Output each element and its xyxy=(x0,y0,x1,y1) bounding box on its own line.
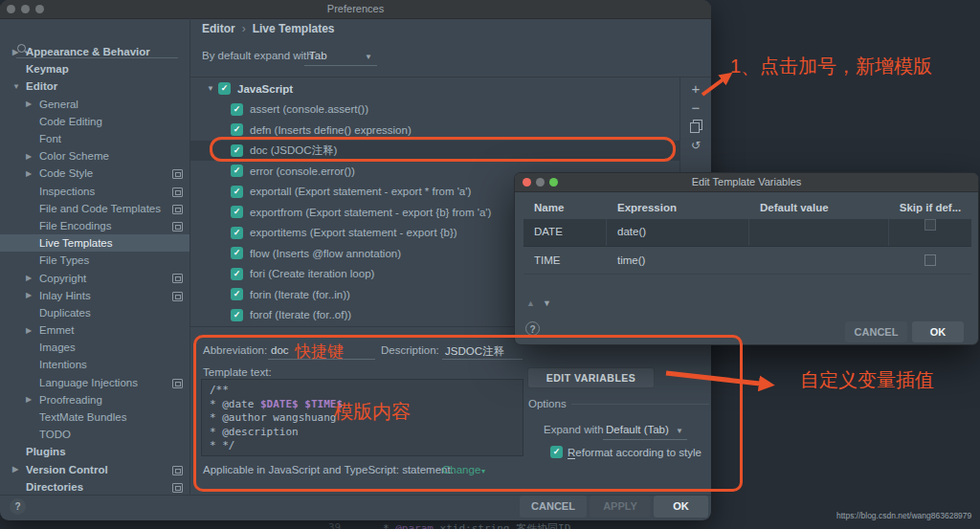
collapsed-arrow-icon[interactable]: ▶ xyxy=(26,152,39,161)
tree-group-javascript[interactable]: ▼✓JavaScript xyxy=(190,78,679,99)
sidebar-item-font[interactable]: ▶Font xyxy=(0,130,189,147)
column-header-skip[interactable]: Skip if def... xyxy=(889,202,971,213)
sidebar-item-live-templates[interactable]: ▶Live Templates xyxy=(0,234,189,252)
sidebar-item-inlay-hints[interactable]: ▶Inlay Hints xyxy=(0,287,189,304)
checkbox-checked[interactable]: ✓ xyxy=(231,268,243,280)
sidebar-item-directories[interactable]: ▶Directories xyxy=(0,478,189,496)
collapsed-arrow-icon[interactable]: ▶ xyxy=(26,291,39,299)
annotation-note-content: 模版内容 xyxy=(334,399,411,425)
shared-settings-icon xyxy=(172,379,183,388)
sidebar-item-proofreading[interactable]: ▶Proofreading xyxy=(0,391,189,408)
column-header-default[interactable]: Default value xyxy=(749,202,889,213)
shared-settings-icon xyxy=(172,205,183,214)
cell-expression[interactable]: date() xyxy=(607,219,749,246)
expanded-arrow-icon[interactable]: ▼ xyxy=(12,82,26,91)
sidebar-item-keymap[interactable]: ▶Keymap xyxy=(0,60,189,77)
sidebar-item-general[interactable]: ▶General xyxy=(0,96,189,113)
sidebar-item-intentions[interactable]: ▶Intentions xyxy=(0,356,189,373)
sidebar-item-todo[interactable]: ▶TODO xyxy=(0,426,189,443)
table-row-date[interactable]: DATE date() xyxy=(523,219,971,247)
collapsed-arrow-icon[interactable]: ▶ xyxy=(26,169,39,178)
add-template-button[interactable]: + xyxy=(681,81,710,99)
shared-settings-icon xyxy=(172,466,183,475)
sidebar-item-appearance[interactable]: ▶Appearance & Behavior xyxy=(0,43,189,60)
sidebar-item-code-editing[interactable]: ▶Code Editing xyxy=(0,113,189,130)
dialog-title: Edit Template Variables xyxy=(515,173,978,191)
sidebar-item-code-style[interactable]: ▶Code Style xyxy=(0,165,189,182)
breadcrumb: Editor›Live Templates xyxy=(202,22,334,35)
collapsed-arrow-icon[interactable]: ▶ xyxy=(26,395,39,404)
collapsed-arrow-icon[interactable]: ▶ xyxy=(12,465,26,474)
tree-item-assert[interactable]: ✓assert (console.assert()) xyxy=(190,99,679,121)
dialog-ok-button[interactable]: OK xyxy=(912,321,964,342)
checkbox-checked[interactable]: ✓ xyxy=(231,206,243,218)
sidebar-item-copyright[interactable]: ▶Copyright xyxy=(0,269,189,286)
shared-settings-icon xyxy=(172,292,183,301)
table-row-time[interactable]: TIME time() xyxy=(523,247,971,275)
sidebar-item-plugins[interactable]: ▶Plugins xyxy=(0,443,189,460)
watermark-url: https://blog.csdn.net/wang863628979 xyxy=(836,511,971,520)
annotation-rect-doc-row xyxy=(210,137,676,162)
skip-checkbox-unchecked[interactable] xyxy=(924,219,936,231)
checkbox-checked[interactable]: ✓ xyxy=(231,103,243,116)
cell-default[interactable] xyxy=(749,219,889,246)
revert-button[interactable]: ↺ xyxy=(681,139,710,156)
breadcrumb-editor[interactable]: Editor xyxy=(202,22,235,35)
cell-name[interactable]: DATE xyxy=(523,219,607,246)
dialog-help-button[interactable]: ? xyxy=(525,321,540,336)
sidebar-item-images[interactable]: ▶Images xyxy=(0,339,189,356)
move-down-button[interactable]: ▼ xyxy=(543,298,551,308)
sidebar-item-version-control[interactable]: ▶Version Control xyxy=(0,461,189,478)
sidebar-item-language-injections[interactable]: ▶Language Injections xyxy=(0,374,189,391)
expand-with-label: By default expand with xyxy=(202,50,313,61)
collapsed-arrow-icon[interactable]: ▶ xyxy=(26,326,39,335)
column-header-expression[interactable]: Expression xyxy=(607,202,749,213)
sidebar-item-duplicates[interactable]: ▶Duplicates xyxy=(0,304,189,321)
edit-template-variables-dialog: Edit Template Variables Name Expression … xyxy=(514,172,979,345)
cell-expression[interactable]: time() xyxy=(607,254,749,266)
cell-name[interactable]: TIME xyxy=(523,254,607,266)
checkbox-checked[interactable]: ✓ xyxy=(231,288,243,300)
move-up-button[interactable]: ▲ xyxy=(526,298,535,308)
expanded-arrow-icon[interactable]: ▼ xyxy=(203,84,218,93)
checkbox-checked[interactable]: ✓ xyxy=(231,186,243,198)
remove-template-button[interactable]: − xyxy=(681,101,710,119)
checkbox-checked[interactable]: ✓ xyxy=(231,309,243,321)
bg-code-keyword: @param xyxy=(395,522,434,529)
expand-with-dropdown[interactable]: Tab xyxy=(309,50,327,61)
help-icon: ? xyxy=(14,501,20,512)
cell-skip xyxy=(889,219,971,246)
checkbox-checked[interactable]: ✓ xyxy=(231,165,243,177)
help-button[interactable]: ? xyxy=(10,498,26,515)
apply-button[interactable]: APPLY xyxy=(590,496,651,518)
column-header-name[interactable]: Name xyxy=(523,202,607,213)
checkbox-checked[interactable]: ✓ xyxy=(231,227,243,239)
bg-line-number: 39 xyxy=(328,521,341,529)
checkbox-checked[interactable]: ✓ xyxy=(218,82,231,95)
bg-code-star: * xyxy=(383,522,395,529)
dialog-cancel-button[interactable]: CANCEL xyxy=(845,321,907,342)
sidebar-item-color-scheme[interactable]: ▶Color Scheme xyxy=(0,147,189,165)
dialog-titlebar: Edit Template Variables xyxy=(515,173,978,192)
sidebar-item-file-types[interactable]: ▶File Types xyxy=(0,252,189,269)
chevron-down-icon[interactable]: ▼ xyxy=(365,53,372,61)
collapsed-arrow-icon[interactable]: ▶ xyxy=(26,274,39,282)
screenshot-canvas: 39 * @param xtid:string 案件协同ID https://b… xyxy=(0,0,980,529)
table-header-row: Name Expression Default value Skip if de… xyxy=(523,196,971,219)
sidebar-item-file-code-templates[interactable]: ▶File and Code Templates xyxy=(0,200,189,217)
cancel-button[interactable]: CANCEL xyxy=(520,496,587,518)
sidebar-item-editor[interactable]: ▼Editor xyxy=(0,77,189,95)
duplicate-template-button[interactable] xyxy=(681,119,710,134)
collapsed-arrow-icon[interactable]: ▶ xyxy=(26,99,39,108)
ok-button[interactable]: OK xyxy=(654,496,708,518)
sidebar-item-textmate-bundles[interactable]: ▶TextMate Bundles xyxy=(0,408,189,426)
checkbox-checked[interactable]: ✓ xyxy=(231,247,243,259)
sidebar-item-inspections[interactable]: ▶Inspections xyxy=(0,183,189,200)
window-titlebar: Preferences xyxy=(0,0,711,19)
shared-settings-icon xyxy=(172,187,183,197)
sidebar-item-emmet[interactable]: ▶Emmet xyxy=(0,321,189,339)
collapsed-arrow-icon[interactable]: ▶ xyxy=(12,48,26,56)
skip-checkbox-unchecked[interactable] xyxy=(924,254,936,266)
sidebar-item-file-encodings[interactable]: ▶File Encodings xyxy=(0,217,189,234)
checkbox-checked[interactable]: ✓ xyxy=(231,123,243,136)
